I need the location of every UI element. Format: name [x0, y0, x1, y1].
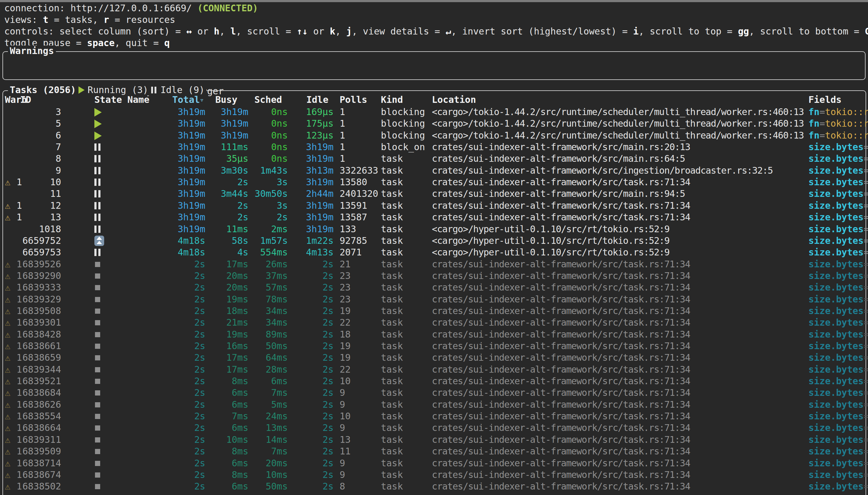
column-header-idle[interactable]: Idle: [306, 94, 328, 106]
column-header-sched[interactable]: Sched: [254, 94, 282, 106]
task-polls: 19: [340, 340, 351, 352]
task-total-duration: 2s: [147, 446, 205, 457]
field-equals: =: [864, 153, 868, 164]
task-row[interactable]: ⚠168393012s21ms34ms2s22taskcrates/sui-in…: [1, 317, 868, 328]
column-header-name[interactable]: Name: [127, 94, 149, 106]
field-equals: =: [864, 458, 868, 468]
task-row[interactable]: 53h19m3h19m0ns175µs1blocking<cargo>/toki…: [1, 118, 868, 130]
task-row[interactable]: 33h19m3h19m0ns169µs1blocking<cargo>/toki…: [1, 106, 868, 118]
task-polls: 23: [340, 270, 351, 282]
task-id: 6838674: [9, 469, 61, 481]
task-id: 6838659: [9, 352, 61, 363]
task-fields: size.bytes=: [808, 211, 868, 223]
task-sched-duration: 0ns: [250, 118, 288, 130]
task-row[interactable]: 66597534m18s4s554ms4m13s2071task<cargo>/…: [1, 246, 868, 258]
field-key: fn: [808, 106, 819, 117]
task-row[interactable]: ⚠168385022s6ms50ms2s8taskcrates/sui-inde…: [1, 481, 868, 492]
task-polls: 9: [340, 458, 345, 469]
warnings-panel: Warnings ⚠ 738 tasks are 1024 bytes or l…: [2, 51, 866, 80]
column-header-id[interactable]: ID: [20, 94, 31, 106]
task-sched-duration: 7ms: [250, 446, 288, 457]
task-kind: task: [381, 235, 403, 246]
task-sched-duration: 37ms: [250, 270, 288, 282]
task-row[interactable]: ⚠168384282s19ms89ms2s18taskcrates/sui-in…: [1, 329, 868, 340]
task-sched-duration: 78ms: [250, 294, 288, 305]
task-fields: size.bytes=: [808, 375, 868, 387]
task-polls: 10: [340, 410, 351, 422]
task-row[interactable]: ⚠168393112s10ms14ms2s13taskcrates/sui-in…: [1, 434, 868, 446]
field-equals: =: [864, 306, 868, 316]
task-row[interactable]: ⚠168395262s17ms26ms2s21taskcrates/sui-in…: [1, 258, 868, 270]
task-busy-duration: 3h19m: [211, 118, 248, 130]
column-header-total[interactable]: Total▿: [172, 94, 204, 106]
task-kind: blocking: [381, 118, 425, 130]
task-row[interactable]: ⚠1123h19m2s3s3h19m13591taskcrates/sui-in…: [1, 200, 868, 211]
field-equals: =: [864, 341, 868, 351]
field-key: size.bytes: [808, 387, 864, 398]
task-row[interactable]: 113h19m3m44s30m50s2h44m2401320taskcrates…: [1, 188, 868, 200]
state-completed-icon: [95, 273, 100, 279]
task-row[interactable]: ⚠168386642s6ms13ms2s9taskcrates/sui-inde…: [1, 422, 868, 434]
task-id: 6839508: [9, 305, 61, 317]
column-header-location[interactable]: Location: [432, 94, 476, 106]
task-row[interactable]: ⚠168386592s17ms64ms2s19taskcrates/sui-in…: [1, 352, 868, 363]
task-location: crates/sui-indexer-alt-framework/src/tas…: [432, 458, 690, 469]
task-total-duration: 3h19m: [147, 211, 205, 223]
task-row[interactable]: ⚠168385542s7ms24ms2s10taskcrates/sui-ind…: [1, 410, 868, 422]
task-fields: size.bytes=: [808, 188, 868, 200]
task-row[interactable]: ⚠1133h19m2s2s3h19m13587taskcrates/sui-in…: [1, 211, 868, 223]
key-hint: (CONNECTED): [197, 3, 258, 13]
task-row[interactable]: ⚠168395092s8ms7ms2s11taskcrates/sui-inde…: [1, 446, 868, 457]
task-polls: 8: [340, 481, 345, 492]
task-row[interactable]: 66597524m18s58s1m57s1m22s92785task<cargo…: [1, 235, 868, 246]
field-equals: =: [864, 422, 868, 433]
task-sched-duration: 13ms: [250, 422, 288, 434]
task-row[interactable]: ⚠168393292s19ms78ms2s23taskcrates/sui-in…: [1, 294, 868, 305]
header-line-1: connection: http://127.0.0.1:6669/ (CONN…: [4, 2, 868, 14]
task-sched-duration: 0ns: [250, 106, 288, 118]
task-row[interactable]: 63h19m3h19m0ns123µs1blocking<cargo>/toki…: [1, 130, 868, 141]
task-busy-duration: 2s: [211, 211, 248, 223]
column-header-state[interactable]: State: [94, 94, 122, 106]
task-id: 13: [9, 211, 61, 223]
state-idle-icon: [94, 155, 97, 163]
task-row[interactable]: ⚠168392902s20ms37ms2s23taskcrates/sui-in…: [1, 270, 868, 282]
column-header-busy[interactable]: Busy: [215, 94, 237, 106]
task-polls: 13591: [340, 200, 367, 211]
header-text: , scroll to top =: [639, 26, 738, 37]
task-busy-duration: 3m30s: [211, 165, 248, 176]
field-key: size.bytes: [808, 282, 864, 293]
column-header-polls[interactable]: Polls: [340, 94, 367, 106]
key-hint: h: [214, 26, 219, 37]
field-key: size.bytes: [808, 294, 864, 305]
task-row[interactable]: 10183h19m11ms2ms3h19m133task<cargo>/hype…: [1, 223, 868, 235]
task-location: crates/sui-indexer-alt-framework/src/tas…: [432, 176, 690, 188]
task-busy-duration: 21ms: [211, 317, 248, 328]
column-header-fields[interactable]: Fields: [808, 94, 841, 106]
state-running-icon: [94, 120, 102, 128]
task-id: 6838714: [9, 458, 61, 469]
task-row[interactable]: 73h19m111ms0ns3h19m1block_oncrates/sui-i…: [1, 141, 868, 153]
task-location: crates/sui-indexer-alt-framework/src/tas…: [432, 258, 690, 270]
task-row[interactable]: ⚠168387142s6ms20ms2s9taskcrates/sui-inde…: [1, 458, 868, 469]
task-row[interactable]: 93h19m3m30s1m43s3h13m3322633taskcrates/s…: [1, 165, 868, 176]
task-row[interactable]: ⚠168386742s8ms10ms2s9taskcrates/sui-inde…: [1, 469, 868, 481]
task-total-duration: 2s: [147, 469, 205, 481]
task-row[interactable]: ⚠168386262s6ms5ms2s9taskcrates/sui-index…: [1, 399, 868, 410]
field-equals: =: [819, 106, 825, 117]
task-row[interactable]: 83h19m35µs0ns3h19m1taskcrates/sui-indexe…: [1, 153, 868, 165]
field-key: size.bytes: [808, 481, 864, 492]
task-row[interactable]: ⚠168386842s6ms7ms2s9taskcrates/sui-index…: [1, 387, 868, 398]
task-location: crates/sui-indexer-alt-framework/src/mai…: [432, 188, 685, 200]
task-row[interactable]: ⚠168393442s17ms28ms2s22taskcrates/sui-in…: [1, 364, 868, 375]
task-row[interactable]: ⚠168393332s20ms57ms2s23taskcrates/sui-in…: [1, 282, 868, 293]
task-sched-duration: 0ns: [250, 130, 288, 141]
task-row[interactable]: ⚠168395082s18ms34ms2s19taskcrates/sui-in…: [1, 305, 868, 317]
task-sched-duration: 0ns: [250, 141, 288, 153]
field-value: tokio::r: [825, 118, 868, 129]
key-hint: q: [164, 37, 170, 48]
task-row[interactable]: ⚠1103h19m2s3s3h19m13580taskcrates/sui-in…: [1, 176, 868, 188]
task-row[interactable]: ⚠168386612s16ms50ms2s19taskcrates/sui-in…: [1, 340, 868, 352]
task-row[interactable]: ⚠168395212s8ms6ms2s10taskcrates/sui-inde…: [1, 375, 868, 387]
column-header-kind[interactable]: Kind: [381, 94, 403, 106]
